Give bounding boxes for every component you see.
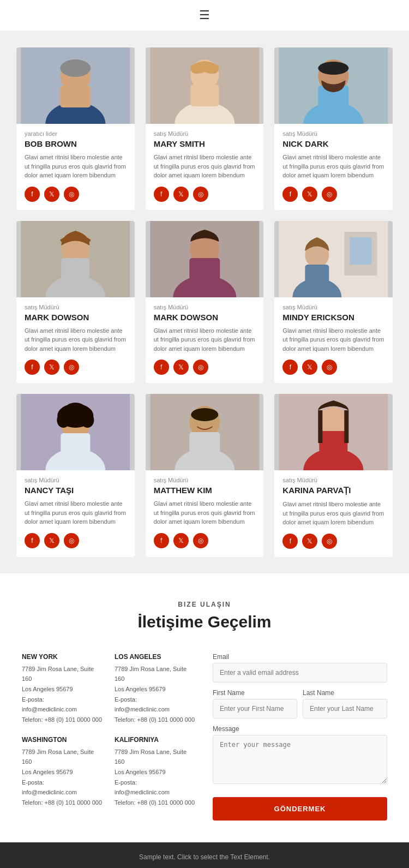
last-name-group: Last Name [303, 689, 387, 719]
team-card-image-nancy-tasi [16, 394, 135, 470]
team-card-bob-brown: yaratıcı lider BOB BROWN Glavi amet ritn… [16, 47, 135, 210]
team-role-mary-smith: satış Müdürü [154, 130, 256, 137]
facebook-icon-matthew-kim[interactable]: f [154, 533, 169, 548]
menu-icon[interactable]: ☰ [199, 8, 210, 22]
team-card-body-mary-smith: satış Müdürü MARY SMITH Glavi amet ritni… [146, 124, 264, 180]
team-grid: yaratıcı lider BOB BROWN Glavi amet ritn… [16, 47, 393, 557]
team-name-nick-dark: NICK DARK [282, 139, 384, 148]
twitter-icon-mary-smith[interactable]: 𝕏 [173, 187, 189, 202]
address-text: 7789 Jim Rosa Lane, Suite 160Los Angeles… [22, 664, 104, 725]
team-socials-mark-dowson-1: f 𝕏 ◎ [16, 360, 135, 375]
team-role-mindy-erickson: satış Müdürü [282, 304, 384, 310]
svg-point-19 [64, 240, 86, 259]
svg-rect-53 [318, 410, 323, 443]
address-text: 7789 Jim Rosa Lane, Suite 160Los Angeles… [115, 664, 196, 725]
twitter-icon-mark-dowson-1[interactable]: 𝕏 [44, 360, 59, 375]
team-desc-nancy-tasi: Glavi amet ritnisl libero molestie ante … [25, 499, 127, 526]
team-name-bob-brown: BOB BROWN [25, 139, 127, 148]
team-card-image-nick-dark [274, 47, 393, 124]
message-label: Message [213, 725, 387, 733]
instagram-icon-nancy-tasi[interactable]: ◎ [64, 533, 79, 548]
first-name-label: First Name [213, 689, 297, 697]
facebook-icon-nancy-tasi[interactable]: f [25, 533, 40, 548]
first-name-input[interactable] [213, 699, 297, 719]
twitter-icon-nick-dark[interactable]: 𝕏 [302, 187, 317, 202]
instagram-icon-mindy-erickson[interactable]: ◎ [322, 360, 337, 375]
name-row: First Name Last Name [213, 689, 387, 719]
contact-section: BIZE ULAŞIN İletişime Geçelim NEW YORK 7… [0, 573, 409, 842]
twitter-icon-mark-dowson-2[interactable]: 𝕏 [173, 360, 189, 375]
team-card-nancy-tasi: satış Müdürü NANCY TAŞI Glavi amet ritni… [16, 394, 135, 557]
address-city: KALIFORNIYA [115, 736, 196, 744]
team-card-image-mindy-erickson [274, 221, 393, 297]
team-name-mary-smith: MARY SMITH [154, 139, 256, 148]
message-group: Message [213, 725, 387, 786]
instagram-icon-mark-dowson-1[interactable]: ◎ [64, 360, 79, 375]
team-desc-karina-parvati: Glavi amet ritnisl libero molestie ante … [282, 500, 384, 527]
svg-rect-54 [345, 410, 349, 443]
team-section: yaratıcı lider BOB BROWN Glavi amet ritn… [0, 31, 409, 573]
facebook-icon-bob-brown[interactable]: f [25, 187, 40, 202]
last-name-input[interactable] [303, 699, 387, 719]
twitter-icon-karina-parvati[interactable]: 𝕏 [302, 534, 317, 549]
team-socials-nancy-tasi: f 𝕏 ◎ [16, 533, 135, 548]
facebook-icon-mary-smith[interactable]: f [154, 187, 169, 202]
team-card-body-nick-dark: satış Müdürü NICK DARK Glavi amet ritnis… [274, 124, 393, 180]
team-socials-mindy-erickson: f 𝕏 ◎ [274, 360, 393, 375]
contact-addresses: NEW YORK 7789 Jim Rosa Lane, Suite 160Lo… [22, 653, 196, 821]
team-socials-mark-dowson-2: f 𝕏 ◎ [146, 360, 264, 375]
svg-point-5 [60, 59, 91, 77]
twitter-icon-mindy-erickson[interactable]: 𝕏 [302, 360, 317, 375]
instagram-icon-mark-dowson-2[interactable]: ◎ [193, 360, 208, 375]
facebook-icon-mark-dowson-2[interactable]: f [154, 360, 169, 375]
facebook-icon-karina-parvati[interactable]: f [282, 534, 298, 549]
twitter-icon-matthew-kim[interactable]: 𝕏 [173, 533, 189, 548]
instagram-icon-matthew-kim[interactable]: ◎ [193, 533, 208, 548]
team-card-nick-dark: satış Müdürü NICK DARK Glavi amet ritnis… [274, 47, 393, 210]
address-text: 7789 Jim Rosa Lane, Suite 160Los Angeles… [115, 747, 196, 808]
instagram-icon-nick-dark[interactable]: ◎ [322, 187, 337, 202]
team-desc-mary-smith: Glavi amet ritnisl libero molestie ante … [154, 153, 256, 180]
svg-point-47 [191, 408, 218, 421]
team-desc-matthew-kim: Glavi amet ritnisl libero molestie ante … [154, 499, 256, 526]
last-name-label: Last Name [303, 689, 387, 697]
team-card-mark-dowson-2: satış Müdürü MARK DOWSON Glavi amet ritn… [146, 221, 264, 384]
team-name-karina-parvati: KARINA PARVAṬI [282, 486, 384, 495]
team-socials-matthew-kim: f 𝕏 ◎ [146, 533, 264, 548]
svg-point-24 [193, 239, 216, 260]
address-block-new-york: NEW YORK 7789 Jim Rosa Lane, Suite 160Lo… [22, 653, 104, 725]
email-input[interactable] [213, 663, 387, 683]
team-name-mindy-erickson: MINDY ERICKSON [282, 313, 384, 322]
instagram-icon-karina-parvati[interactable]: ◎ [322, 534, 337, 549]
team-name-matthew-kim: MATTHEW KIM [154, 486, 256, 495]
team-socials-bob-brown: f 𝕏 ◎ [16, 187, 135, 202]
contact-title: İletişime Geçelim [22, 613, 387, 631]
team-card-image-mary-smith [146, 47, 264, 124]
address-city: LOS ANGELES [115, 653, 196, 661]
team-desc-mindy-erickson: Glavi amet ritnisl libero molestie ante … [282, 326, 384, 354]
team-desc-mark-dowson-2: Glavi amet ritnisl libero molestie ante … [154, 326, 256, 354]
team-desc-nick-dark: Glavi amet ritnisl libero molestie ante … [282, 153, 384, 180]
team-role-nancy-tasi: satış Müdürü [25, 477, 127, 483]
twitter-icon-nancy-tasi[interactable]: 𝕏 [44, 533, 59, 548]
facebook-icon-nick-dark[interactable]: f [282, 187, 298, 202]
svg-point-50 [323, 412, 345, 432]
instagram-icon-mary-smith[interactable]: ◎ [193, 187, 208, 202]
team-role-matthew-kim: satış Müdürü [154, 477, 256, 483]
contact-content: NEW YORK 7789 Jim Rosa Lane, Suite 160Lo… [22, 653, 387, 821]
instagram-icon-bob-brown[interactable]: ◎ [64, 187, 79, 202]
facebook-icon-mindy-erickson[interactable]: f [282, 360, 298, 375]
team-card-body-bob-brown: yaratıcı lider BOB BROWN Glavi amet ritn… [16, 124, 135, 180]
team-card-mark-dowson-1: satış Müdürü MARK DOWSON Glavi amet ritn… [16, 221, 135, 384]
facebook-icon-mark-dowson-1[interactable]: f [25, 360, 40, 375]
submit-button[interactable]: GÖNDERMEK [213, 797, 387, 821]
message-input[interactable] [213, 735, 387, 784]
team-card-mary-smith: satış Müdürü MARY SMITH Glavi amet ritni… [146, 47, 264, 210]
team-name-nancy-tasi: NANCY TAŞI [25, 486, 127, 495]
twitter-icon-bob-brown[interactable]: 𝕏 [44, 187, 59, 202]
svg-rect-29 [350, 237, 372, 265]
team-desc-mark-dowson-1: Glavi amet ritnisl libero molestie ante … [25, 326, 127, 354]
team-card-karina-parvati: satış Müdürü KARINA PARVAṬI Glavi amet r… [274, 394, 393, 557]
team-card-mindy-erickson: satış Müdürü MINDY ERICKSON Glavi amet r… [274, 221, 393, 384]
address-block-kaliforniya: KALIFORNIYA 7789 Jim Rosa Lane, Suite 16… [115, 736, 196, 808]
